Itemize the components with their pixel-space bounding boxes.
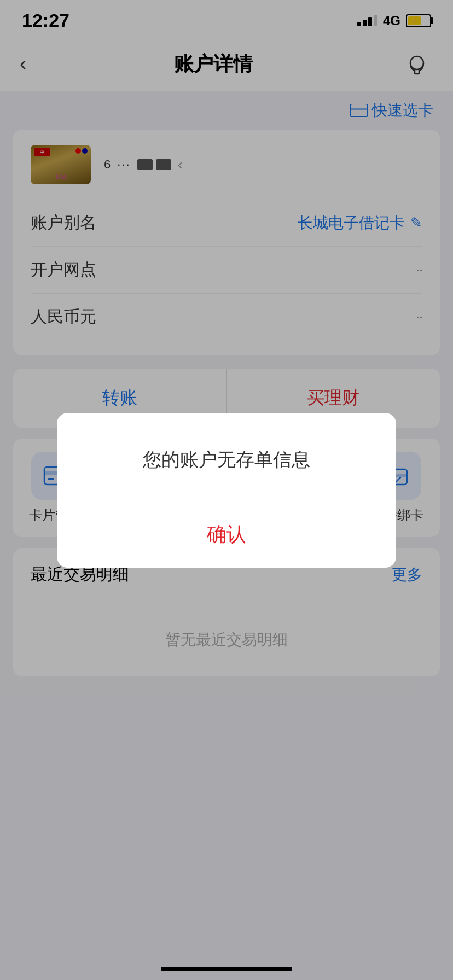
modal-overlay[interactable]: 您的账户无存单信息 确认	[0, 0, 453, 980]
dialog: 您的账户无存单信息 确认	[57, 413, 396, 568]
dialog-confirm-button[interactable]: 确认	[57, 501, 396, 568]
dialog-message: 您的账户无存单信息	[143, 449, 310, 470]
dialog-body: 您的账户无存单信息	[57, 413, 396, 501]
